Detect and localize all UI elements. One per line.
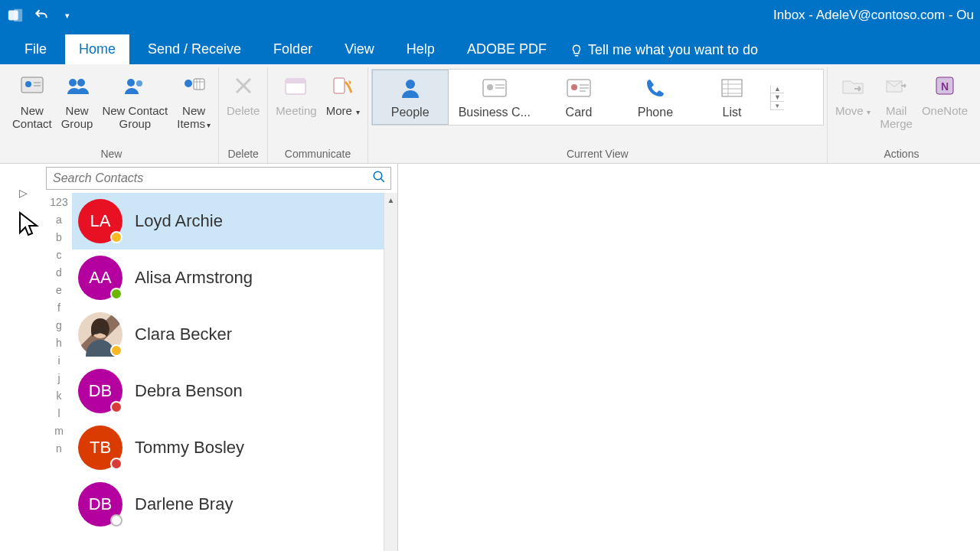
delete-button[interactable]: Delete bbox=[222, 67, 264, 120]
clipboard-phone-icon bbox=[328, 70, 358, 101]
svg-point-7 bbox=[77, 79, 85, 86]
presence-busy-icon bbox=[110, 458, 122, 470]
svg-point-29 bbox=[374, 171, 382, 180]
nav-pane-collapsed[interactable]: ▷ bbox=[0, 164, 46, 551]
onenote-label: OneNote bbox=[922, 104, 968, 117]
search-input[interactable] bbox=[47, 168, 368, 188]
delete-x-icon bbox=[228, 70, 259, 101]
contact-name: Debra Benson bbox=[135, 381, 243, 401]
tab-folder[interactable]: Folder bbox=[260, 34, 326, 64]
alpha-index-b[interactable]: b bbox=[56, 231, 62, 243]
content-area: ▷ 123abcdefghijklmn LALoyd ArchieAAAlisa… bbox=[0, 164, 980, 551]
svg-rect-4 bbox=[34, 82, 41, 83]
view-gallery-scroll[interactable]: ▲ ▼ ▾ bbox=[770, 85, 784, 110]
contact-name: Loyd Archie bbox=[135, 211, 223, 231]
svg-point-15 bbox=[406, 80, 415, 89]
alpha-index-d[interactable]: d bbox=[56, 266, 62, 279]
avatar: DB bbox=[78, 369, 122, 413]
contact-name: Alisa Armstrong bbox=[135, 268, 253, 288]
view-list-label: List bbox=[722, 106, 741, 119]
phone-icon bbox=[642, 75, 668, 101]
alpha-index-i[interactable]: i bbox=[57, 354, 60, 367]
contact-name: Tommy Bosley bbox=[135, 438, 244, 458]
svg-point-3 bbox=[25, 81, 31, 87]
lightbulb-icon bbox=[570, 44, 583, 57]
more-button[interactable]: More ▾ bbox=[322, 67, 364, 120]
alpha-index[interactable]: 123abcdefghijklmn bbox=[46, 193, 72, 551]
tab-view[interactable]: View bbox=[331, 34, 388, 64]
scroll-up-icon[interactable]: ▲ bbox=[771, 85, 784, 93]
alpha-index-c[interactable]: c bbox=[57, 249, 62, 261]
ribbon-group-delete: Delete Delete bbox=[219, 67, 268, 163]
reading-pane bbox=[398, 164, 980, 551]
svg-rect-18 bbox=[495, 84, 505, 86]
view-people-button[interactable]: People bbox=[372, 70, 449, 125]
alpha-index-a[interactable]: a bbox=[56, 214, 62, 226]
tab-file[interactable]: File bbox=[11, 34, 60, 64]
list-scrollbar[interactable]: ▲ bbox=[384, 193, 397, 551]
alpha-index-e[interactable]: e bbox=[56, 284, 62, 296]
onenote-button[interactable]: N OneNote bbox=[917, 67, 972, 120]
contact-row[interactable]: DBDebra Benson bbox=[72, 363, 397, 419]
delete-label: Delete bbox=[227, 104, 260, 117]
more-label: More ▾ bbox=[326, 104, 360, 117]
alpha-index-123[interactable]: 123 bbox=[50, 196, 67, 208]
tab-adobe-pdf[interactable]: ADOBE PDF bbox=[453, 34, 560, 64]
mail-merge-label: Mail Merge bbox=[880, 104, 913, 131]
meeting-button[interactable]: Meeting bbox=[271, 67, 321, 120]
view-people-label: People bbox=[391, 106, 430, 119]
svg-rect-13 bbox=[286, 79, 305, 83]
alpha-index-n[interactable]: n bbox=[56, 442, 62, 455]
new-items-button[interactable]: New Items▾ bbox=[172, 67, 215, 134]
alpha-index-g[interactable]: g bbox=[56, 319, 62, 331]
scroll-down-icon[interactable]: ▼ bbox=[771, 93, 784, 102]
tab-help[interactable]: Help bbox=[393, 34, 449, 64]
alpha-index-l[interactable]: l bbox=[57, 407, 60, 419]
contact-row[interactable]: TBTommy Bosley bbox=[72, 419, 397, 476]
alpha-index-m[interactable]: m bbox=[54, 425, 64, 437]
tab-send-receive[interactable]: Send / Receive bbox=[134, 34, 255, 64]
mail-merge-button[interactable]: Mail Merge bbox=[875, 67, 917, 134]
alpha-index-h[interactable]: h bbox=[56, 337, 62, 349]
tab-home[interactable]: Home bbox=[65, 34, 129, 64]
avatar: DB bbox=[78, 482, 122, 527]
contact-row[interactable]: DBDarlene Bray bbox=[72, 476, 397, 533]
contact-row[interactable]: Clara Becker bbox=[72, 306, 397, 363]
new-contact-label: New Contact bbox=[12, 104, 52, 131]
alpha-index-k[interactable]: k bbox=[57, 390, 62, 402]
onenote-icon: N bbox=[929, 70, 960, 101]
contact-row[interactable]: AAAlisa Armstrong bbox=[72, 249, 397, 306]
svg-point-10 bbox=[185, 80, 192, 87]
avatar: AA bbox=[78, 256, 122, 300]
mail-merge-icon bbox=[881, 70, 912, 101]
ribbon-group-new-label: New bbox=[100, 145, 122, 163]
search-icon[interactable] bbox=[368, 170, 390, 187]
move-label: Move ▾ bbox=[835, 104, 871, 117]
qat-customize-icon[interactable]: ▾ bbox=[58, 6, 77, 24]
new-contact-group-button[interactable]: New Contact Group bbox=[97, 67, 172, 134]
ribbon-group-current-view: People Business C... Card bbox=[368, 67, 828, 163]
view-card-button[interactable]: Card bbox=[541, 70, 617, 125]
new-contact-button[interactable]: New Contact bbox=[8, 67, 57, 134]
avatar bbox=[78, 312, 122, 357]
alpha-index-j[interactable]: j bbox=[57, 372, 60, 384]
svg-point-8 bbox=[127, 79, 135, 86]
business-card-icon bbox=[482, 75, 508, 101]
new-group-button[interactable]: New Group bbox=[57, 67, 98, 134]
scroll-up-icon[interactable]: ▲ bbox=[387, 193, 395, 207]
tell-me-search[interactable]: Tell me what you want to do bbox=[570, 42, 758, 64]
view-list-button[interactable]: List bbox=[694, 70, 770, 125]
svg-rect-14 bbox=[334, 78, 345, 93]
ribbon-group-actions: Move ▾ Mail Merge N OneNote Actions bbox=[828, 67, 975, 163]
svg-point-6 bbox=[69, 79, 77, 86]
move-button[interactable]: Move ▾ bbox=[831, 67, 875, 120]
expand-gallery-icon[interactable]: ▾ bbox=[771, 102, 784, 110]
search-contacts-box[interactable] bbox=[46, 167, 391, 190]
undo-icon[interactable] bbox=[32, 6, 51, 24]
contact-row[interactable]: LALoyd Archie bbox=[72, 193, 397, 249]
view-phone-button[interactable]: Phone bbox=[617, 70, 694, 125]
ribbon-group-communicate: Meeting More ▾ Communicate bbox=[268, 67, 368, 163]
view-business-card-button[interactable]: Business C... bbox=[449, 70, 541, 125]
alpha-index-f[interactable]: f bbox=[57, 302, 60, 314]
ribbon: New Contact New Group New Contact Group … bbox=[0, 64, 980, 164]
